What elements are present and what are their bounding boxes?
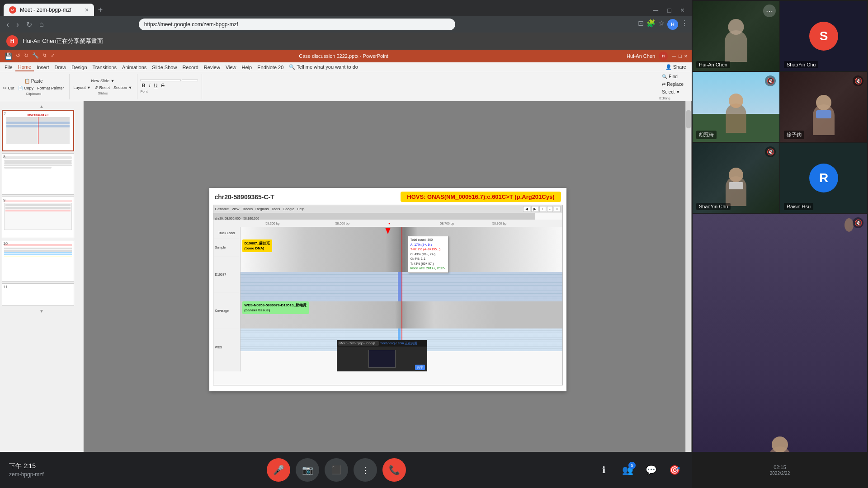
menu-review[interactable]: Review <box>201 64 223 71</box>
slide-num-8: 8 <box>3 155 5 159</box>
video-sidebar: Hui-An Chen ⋯ S ShaoYin Chu 🔇 <box>692 0 868 488</box>
menu-home[interactable]: Home <box>15 63 34 71</box>
mic-button[interactable]: 🎤 <box>267 458 290 482</box>
tile-name-raisin: Raisin Hsu <box>784 203 813 210</box>
menu-record[interactable]: Record <box>179 64 201 71</box>
menu-insert[interactable]: Insert <box>34 64 52 71</box>
hangup-button[interactable]: 📞 <box>382 458 406 482</box>
windows-taskbar: 02:15 2022/2/22 <box>692 452 868 488</box>
bold-button[interactable]: B <box>140 82 146 89</box>
ppt-restore-icon[interactable]: □ <box>679 53 682 59</box>
more-options-button[interactable]: ⋮ <box>354 458 377 482</box>
maximize-icon[interactable]: □ <box>664 7 675 14</box>
camera-button[interactable]: 📷 <box>296 458 319 482</box>
menu-icon[interactable]: ⋮ <box>681 19 688 30</box>
paste-button[interactable]: 📋 Paste <box>23 78 44 84</box>
control-buttons: 🎤 📷 ⬛ ⋮ 📞 <box>267 458 406 482</box>
igv-container: GenomeViewTracksRegionsToolsGoogleHelp ◀… <box>213 205 563 385</box>
menu-view[interactable]: View <box>223 64 239 71</box>
tab-favicon: M <box>9 6 16 14</box>
italic-button[interactable]: I <box>147 82 151 89</box>
slide-thumb-9[interactable]: 9 <box>2 197 74 238</box>
menu-draw[interactable]: Draw <box>52 64 69 71</box>
menu-design[interactable]: Design <box>69 64 90 71</box>
igv-chr-bar: chr20: 58,900,000 - 58,920,000 <box>213 213 535 220</box>
present-button[interactable]: ⬛ <box>325 458 348 482</box>
select-button[interactable]: Select ▼ <box>659 89 683 95</box>
video-tile-you: 🔇 你 <box>693 214 867 487</box>
menu-share[interactable]: 👤 Share <box>662 63 690 71</box>
people-button[interactable]: 👥 5 <box>619 462 636 478</box>
profile-icon[interactable]: H <box>667 19 678 30</box>
font-size-selector[interactable] <box>182 80 198 81</box>
bookmark-icon[interactable]: ☆ <box>658 19 665 30</box>
refresh-button[interactable]: ↻ <box>24 19 35 31</box>
browser-tab[interactable]: M Meet - zem-bpgp-mzf × <box>4 4 94 16</box>
igv-btn2[interactable]: ▶ <box>531 206 538 212</box>
igv-zoom-in[interactable]: + <box>539 206 546 212</box>
extensions-icon[interactable]: 🧩 <box>646 19 656 30</box>
ppt-presenter-name: Hui-An Chen <box>627 53 655 59</box>
ppt-app-icons: 💾 ↺ ↻ 🔧 ↯ ✓ <box>5 52 55 60</box>
video-row-4: 🔇 你 <box>693 214 867 487</box>
slide-thumb-8[interactable]: 8 <box>2 153 74 195</box>
ppt-close-icon[interactable]: × <box>684 53 687 59</box>
slide-num-7: 7 <box>4 112 6 116</box>
activities-button[interactable]: 🎯 <box>666 462 683 478</box>
new-tab-button[interactable]: + <box>94 4 107 16</box>
ppt-minimize-icon[interactable]: ─ <box>672 53 676 59</box>
address-bar[interactable]: https://meet.google.com/zem-bpgp-mzf <box>139 19 455 30</box>
slide-thumb-11[interactable]: 11 <box>2 283 74 306</box>
tile-name-shaoyin-bot: ShaoYin Chu <box>696 203 731 210</box>
presentation-container: M Meet - zem-bpgp-mzf × + ─ □ × ‹ › ↻ ⌂ … <box>0 0 692 488</box>
slide-header-area: chr20-58909365-C-T HGVS: GNAS(NM_000516.… <box>209 188 566 204</box>
menu-slideshow[interactable]: Slide Show <box>149 64 179 71</box>
slide-thumb-10[interactable]: 10 <box>2 240 74 282</box>
new-slide-button[interactable]: New Slide ▼ <box>90 78 117 84</box>
underline-button[interactable]: U <box>152 82 159 89</box>
mute-icon-you: 🔇 <box>853 217 863 228</box>
back-button[interactable]: ‹ <box>4 18 12 31</box>
forward-button[interactable]: › <box>14 18 22 31</box>
hgvs-text: HGVS: GNAS(NM_000516.7):c.601C>T (p.Arg2… <box>407 193 554 200</box>
more-options-huian[interactable]: ⋯ <box>763 5 776 17</box>
section-button[interactable]: Section ▼ <box>112 85 133 90</box>
menu-endnote[interactable]: EndNote 20 <box>255 64 286 71</box>
window-controls: ─ □ × <box>650 6 688 16</box>
close-icon[interactable]: × <box>677 6 688 14</box>
mic-icon: 🎤 <box>273 465 284 475</box>
scroll-handle[interactable] <box>685 101 691 478</box>
igv-zoom-out[interactable]: - <box>547 206 553 212</box>
reset-button[interactable]: ↺ Reset <box>93 85 111 90</box>
menu-animations[interactable]: Animations <box>119 64 149 71</box>
menu-help[interactable]: Help <box>239 64 255 71</box>
video-row-2: 🔇 胡冠琦 🔇 徐子鈞 <box>693 72 867 142</box>
replace-button[interactable]: ⇄Replace <box>659 81 686 88</box>
video-tile-hu: 🔇 胡冠琦 <box>693 72 779 142</box>
info-button[interactable]: ℹ <box>596 462 612 478</box>
minimize-icon[interactable]: ─ <box>650 6 662 14</box>
font-selector[interactable] <box>140 80 181 81</box>
igv-ruler: 58,300 bp 58,500 bp ▼ 58,700 bp 58,900 b… <box>213 220 562 227</box>
nav-bar: ‹ › ↻ ⌂ https://meet.google.com/zem-bpgp… <box>0 16 692 33</box>
chat-button[interactable]: 💬 <box>643 462 659 478</box>
format-painter-button[interactable]: Format Painter <box>36 85 66 91</box>
cast-icon[interactable]: ⊡ <box>638 19 644 30</box>
igv-toolbar: GenomeViewTracksRegionsToolsGoogleHelp ◀… <box>213 205 562 213</box>
menu-search[interactable]: 🔍 Tell me what you want to do <box>286 63 361 71</box>
igv-btn1[interactable]: ◀ <box>523 206 530 212</box>
find-button[interactable]: 🔍Find <box>659 73 680 80</box>
ribbon-group-editing: 🔍Find ⇄Replace Select ▼ Editing <box>659 74 690 99</box>
copy-button[interactable]: 📄 Copy <box>17 85 35 91</box>
ppt-titlebar: 💾 ↺ ↻ 🔧 ↯ ✓ Case discussion 0222.pptx - … <box>0 50 692 62</box>
menu-file[interactable]: File <box>2 64 15 71</box>
tab-close-icon[interactable]: × <box>85 6 89 14</box>
strikethrough-button[interactable]: S <box>160 82 165 89</box>
slide-thumb-7[interactable]: 7 chr20-58909365-C-T <box>2 110 74 151</box>
home-button[interactable]: ⌂ <box>37 19 47 30</box>
layout-button[interactable]: Layout ▼ <box>72 85 92 90</box>
ppt-menubar: File Home Insert Draw Design Transitions… <box>0 62 692 72</box>
igv-home[interactable]: ⌂ <box>554 206 561 212</box>
menu-transitions[interactable]: Transitions <box>90 64 119 71</box>
cut-button[interactable]: ✂ Cut <box>2 85 16 91</box>
